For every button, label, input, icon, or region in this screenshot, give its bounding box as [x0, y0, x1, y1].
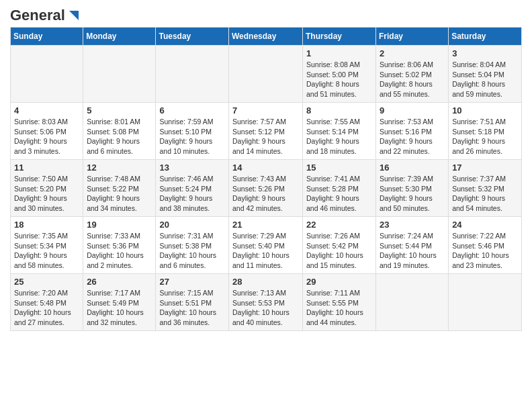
day-header-wednesday: Wednesday	[229, 28, 303, 46]
calendar-cell: 3Sunrise: 8:04 AMSunset: 5:04 PMDaylight…	[449, 46, 522, 103]
day-number: 16	[380, 163, 445, 173]
day-header-friday: Friday	[376, 28, 449, 46]
calendar-cell	[376, 274, 449, 331]
calendar-cell	[229, 46, 303, 103]
calendar-cell: 22Sunrise: 7:26 AMSunset: 5:42 PMDayligh…	[303, 217, 376, 274]
calendar-cell: 10Sunrise: 7:51 AMSunset: 5:18 PMDayligh…	[449, 103, 522, 160]
page-header: General	[10, 7, 522, 21]
day-info: Sunrise: 7:57 AMSunset: 5:12 PMDaylight:…	[232, 117, 299, 156]
calendar-cell: 20Sunrise: 7:31 AMSunset: 5:38 PMDayligh…	[156, 217, 229, 274]
day-number: 1	[306, 48, 372, 58]
day-number: 9	[380, 105, 445, 116]
day-number: 25	[14, 277, 79, 287]
calendar-cell: 23Sunrise: 7:24 AMSunset: 5:44 PMDayligh…	[376, 217, 449, 274]
day-number: 19	[87, 220, 152, 230]
day-info: Sunrise: 7:46 AMSunset: 5:24 PMDaylight:…	[159, 174, 225, 214]
day-number: 26	[87, 277, 152, 287]
calendar-cell: 1Sunrise: 8:08 AMSunset: 5:00 PMDaylight…	[303, 46, 376, 103]
calendar-cell: 21Sunrise: 7:29 AMSunset: 5:40 PMDayligh…	[229, 217, 303, 274]
day-number: 12	[87, 163, 152, 173]
calendar-cell: 14Sunrise: 7:43 AMSunset: 5:26 PMDayligh…	[229, 160, 303, 217]
day-number: 13	[159, 163, 225, 173]
calendar-cell	[83, 46, 156, 103]
day-number: 10	[452, 105, 518, 116]
calendar-cell: 27Sunrise: 7:15 AMSunset: 5:51 PMDayligh…	[156, 274, 229, 331]
calendar-cell: 24Sunrise: 7:22 AMSunset: 5:46 PMDayligh…	[449, 217, 522, 274]
day-number: 15	[306, 163, 372, 173]
day-info: Sunrise: 7:48 AMSunset: 5:22 PMDaylight:…	[87, 174, 152, 214]
day-header-sunday: Sunday	[11, 28, 83, 46]
calendar-cell: 8Sunrise: 7:55 AMSunset: 5:14 PMDaylight…	[303, 103, 376, 160]
day-info: Sunrise: 7:37 AMSunset: 5:32 PMDaylight:…	[452, 174, 518, 214]
day-info: Sunrise: 7:20 AMSunset: 5:48 PMDaylight:…	[14, 288, 79, 328]
day-number: 23	[380, 220, 445, 230]
day-info: Sunrise: 7:41 AMSunset: 5:28 PMDaylight:…	[306, 174, 372, 214]
calendar-cell: 19Sunrise: 7:33 AMSunset: 5:36 PMDayligh…	[83, 217, 156, 274]
day-info: Sunrise: 7:43 AMSunset: 5:26 PMDaylight:…	[232, 174, 299, 214]
day-number: 11	[14, 163, 79, 173]
day-info: Sunrise: 8:04 AMSunset: 5:04 PMDaylight:…	[452, 60, 518, 99]
day-number: 4	[14, 105, 79, 116]
day-number: 27	[159, 277, 225, 287]
day-number: 5	[87, 105, 152, 116]
day-number: 29	[306, 277, 372, 287]
day-info: Sunrise: 7:11 AMSunset: 5:55 PMDaylight:…	[306, 288, 372, 328]
day-info: Sunrise: 7:33 AMSunset: 5:36 PMDaylight:…	[87, 231, 152, 271]
day-info: Sunrise: 7:15 AMSunset: 5:51 PMDaylight:…	[159, 288, 225, 328]
day-info: Sunrise: 7:51 AMSunset: 5:18 PMDaylight:…	[452, 117, 518, 156]
calendar-table: SundayMondayTuesdayWednesdayThursdayFrid…	[10, 27, 522, 331]
calendar-cell: 15Sunrise: 7:41 AMSunset: 5:28 PMDayligh…	[303, 160, 376, 217]
day-info: Sunrise: 7:35 AMSunset: 5:34 PMDaylight:…	[14, 231, 79, 271]
day-info: Sunrise: 7:24 AMSunset: 5:44 PMDaylight:…	[380, 231, 445, 271]
day-info: Sunrise: 7:13 AMSunset: 5:53 PMDaylight:…	[232, 288, 299, 328]
logo: General	[10, 7, 81, 21]
calendar-cell: 29Sunrise: 7:11 AMSunset: 5:55 PMDayligh…	[303, 274, 376, 331]
calendar-cell: 9Sunrise: 7:53 AMSunset: 5:16 PMDaylight…	[376, 103, 449, 160]
day-header-monday: Monday	[83, 28, 156, 46]
day-number: 3	[452, 48, 518, 58]
day-number: 21	[232, 220, 299, 230]
day-info: Sunrise: 7:22 AMSunset: 5:46 PMDaylight:…	[452, 231, 518, 271]
day-number: 2	[380, 48, 445, 58]
day-info: Sunrise: 7:17 AMSunset: 5:49 PMDaylight:…	[87, 288, 152, 328]
svg-marker-0	[69, 11, 79, 20]
day-info: Sunrise: 7:39 AMSunset: 5:30 PMDaylight:…	[380, 174, 445, 214]
day-header-thursday: Thursday	[303, 28, 376, 46]
day-header-tuesday: Tuesday	[156, 28, 229, 46]
day-info: Sunrise: 8:06 AMSunset: 5:02 PMDaylight:…	[380, 60, 445, 99]
day-number: 7	[232, 105, 299, 116]
calendar-cell	[156, 46, 229, 103]
calendar-cell: 28Sunrise: 7:13 AMSunset: 5:53 PMDayligh…	[229, 274, 303, 331]
day-info: Sunrise: 8:01 AMSunset: 5:08 PMDaylight:…	[87, 117, 152, 156]
calendar-cell: 26Sunrise: 7:17 AMSunset: 5:49 PMDayligh…	[83, 274, 156, 331]
day-info: Sunrise: 7:55 AMSunset: 5:14 PMDaylight:…	[306, 117, 372, 156]
day-info: Sunrise: 7:26 AMSunset: 5:42 PMDaylight:…	[306, 231, 372, 271]
day-number: 20	[159, 220, 225, 230]
day-header-saturday: Saturday	[449, 28, 522, 46]
day-info: Sunrise: 7:31 AMSunset: 5:38 PMDaylight:…	[159, 231, 225, 271]
calendar-cell: 4Sunrise: 8:03 AMSunset: 5:06 PMDaylight…	[11, 103, 83, 160]
day-number: 6	[159, 105, 225, 116]
calendar-cell: 12Sunrise: 7:48 AMSunset: 5:22 PMDayligh…	[83, 160, 156, 217]
calendar-cell: 25Sunrise: 7:20 AMSunset: 5:48 PMDayligh…	[11, 274, 83, 331]
calendar-cell: 13Sunrise: 7:46 AMSunset: 5:24 PMDayligh…	[156, 160, 229, 217]
day-number: 28	[232, 277, 299, 287]
calendar-cell: 17Sunrise: 7:37 AMSunset: 5:32 PMDayligh…	[449, 160, 522, 217]
day-number: 17	[452, 163, 518, 173]
calendar-cell	[449, 274, 522, 331]
day-number: 14	[232, 163, 299, 173]
day-info: Sunrise: 7:50 AMSunset: 5:20 PMDaylight:…	[14, 174, 79, 214]
calendar-cell: 11Sunrise: 7:50 AMSunset: 5:20 PMDayligh…	[11, 160, 83, 217]
calendar-cell: 7Sunrise: 7:57 AMSunset: 5:12 PMDaylight…	[229, 103, 303, 160]
calendar-cell: 16Sunrise: 7:39 AMSunset: 5:30 PMDayligh…	[376, 160, 449, 217]
day-number: 8	[306, 105, 372, 116]
calendar-cell: 2Sunrise: 8:06 AMSunset: 5:02 PMDaylight…	[376, 46, 449, 103]
logo-general: General	[10, 7, 65, 24]
calendar-cell: 6Sunrise: 7:59 AMSunset: 5:10 PMDaylight…	[156, 103, 229, 160]
logo-icon	[66, 8, 81, 23]
day-info: Sunrise: 7:29 AMSunset: 5:40 PMDaylight:…	[232, 231, 299, 271]
day-number: 22	[306, 220, 372, 230]
day-info: Sunrise: 8:03 AMSunset: 5:06 PMDaylight:…	[14, 117, 79, 156]
calendar-cell	[11, 46, 83, 103]
day-number: 24	[452, 220, 518, 230]
